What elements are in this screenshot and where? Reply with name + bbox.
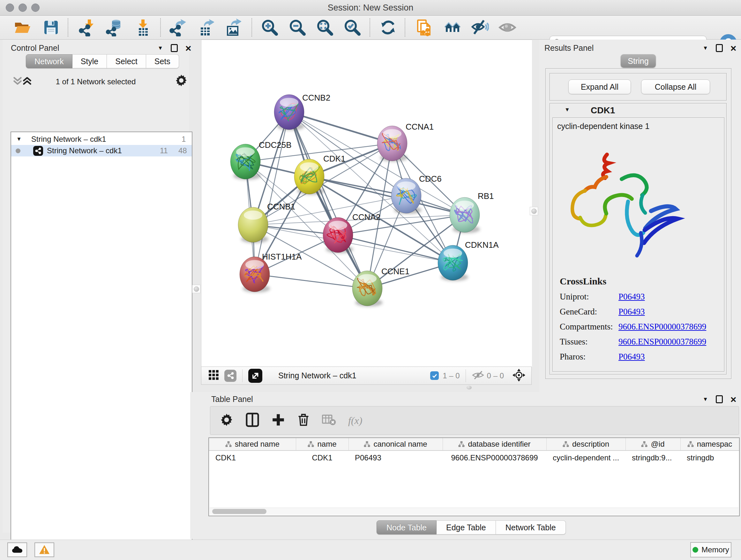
node-CCNB2[interactable]: CCNB2 <box>274 93 330 130</box>
column-header-shared-name[interactable]: shared name <box>209 438 296 450</box>
protein-description: cyclin-dependent kinase 1 <box>557 122 650 131</box>
panel-maximize-icon[interactable] <box>716 395 723 403</box>
export-network-icon[interactable] <box>169 18 186 37</box>
birdseye-grid-icon[interactable] <box>208 370 219 382</box>
toolbar-separator <box>160 18 161 37</box>
network-row-selected[interactable]: String Network – cdk1 11 48 <box>11 145 192 157</box>
warnings-button[interactable] <box>35 543 54 557</box>
string-style-icon[interactable] <box>224 370 237 382</box>
node-CCNB1[interactable]: CCNB1 <box>238 202 295 243</box>
column-header-namespac[interactable]: namespac <box>680 438 739 450</box>
panel-float-icon[interactable]: ▼ <box>703 45 708 51</box>
network-collection-row[interactable]: ▼ String Network – cdk1 1 <box>11 133 192 145</box>
collapse-all-button[interactable]: Collapse All <box>641 79 710 94</box>
cloud-button[interactable] <box>7 543 27 557</box>
crosslink-link[interactable]: P06493 <box>618 292 645 302</box>
node-CDKN1A[interactable]: CDKN1A <box>438 240 499 281</box>
panel-maximize-icon[interactable] <box>716 44 723 52</box>
node-CCNE1[interactable]: CCNE1 <box>352 266 409 307</box>
zoom-fit-icon[interactable] <box>316 18 334 37</box>
toolbar-separator <box>68 18 68 37</box>
node-label-CCNA2: CCNA2 <box>352 212 381 222</box>
node-table[interactable]: shared namenamecanonical namedatabase id… <box>208 437 740 516</box>
edge-CCNB2-HIST1H1A[interactable] <box>255 112 289 274</box>
scrollbar-thumb[interactable] <box>212 509 266 514</box>
panel-float-icon[interactable]: ▼ <box>703 396 708 402</box>
crosslink-link[interactable]: P06493 <box>618 352 645 362</box>
network-canvas[interactable]: CCNB2CCNA1CDC25BCDK1CDC6RB1CCNB1CCNA2CDK… <box>201 40 532 367</box>
network-view-toolbar: String Network – cdk1 1 – 0 0 – 0 <box>201 367 532 385</box>
tab-string[interactable]: String <box>621 54 656 68</box>
tab-style[interactable]: Style <box>72 54 107 68</box>
tree-expand-icon[interactable]: ▼ <box>16 136 22 142</box>
tab-node-table[interactable]: Node Table <box>377 520 436 535</box>
delete-column-icon[interactable] <box>297 413 310 428</box>
toolbar-separator <box>369 18 370 37</box>
panel-close-icon[interactable]: × <box>731 396 737 402</box>
table-tabs: Node TableEdge TableNetwork Table <box>377 520 566 535</box>
edge-HIST1H1A-CCNE1[interactable] <box>255 274 367 288</box>
tab-network-table[interactable]: Network Table <box>496 520 566 535</box>
import-table-icon[interactable] <box>134 18 151 37</box>
crosslink-link[interactable]: 9606.ENSP00000378699 <box>618 322 706 332</box>
tab-network[interactable]: Network <box>26 54 72 68</box>
save-session-icon[interactable] <box>42 18 60 37</box>
column-header-database-identifier[interactable]: database identifier <box>443 438 546 450</box>
open-view-icon[interactable] <box>248 369 262 383</box>
crosslink-link[interactable]: P06493 <box>618 307 645 317</box>
tab-sets[interactable]: Sets <box>146 54 179 68</box>
open-session-icon[interactable] <box>13 18 31 37</box>
zoom-selected-icon[interactable] <box>343 18 361 37</box>
string-home-icon[interactable] <box>444 18 461 37</box>
panel-close-icon[interactable]: × <box>731 45 737 51</box>
node-RB1[interactable]: RB1 <box>450 191 494 233</box>
network-options-gear-icon[interactable] <box>175 74 188 88</box>
hierarchy-icon <box>562 441 569 447</box>
edge-CCNA2-CDKN1A[interactable] <box>338 235 453 263</box>
memory-button[interactable]: Memory <box>690 542 731 557</box>
table-cell: CDK1 <box>209 450 296 465</box>
left-splitter-handle[interactable] <box>192 285 200 293</box>
expand-all-button[interactable]: Expand All <box>568 79 631 94</box>
show-columns-icon[interactable] <box>246 413 259 428</box>
node-CDK1[interactable]: CDK1 <box>294 154 345 195</box>
right-splitter-handle[interactable] <box>530 207 538 215</box>
table-horizontal-scrollbar[interactable] <box>210 508 738 515</box>
selected-count: 1 – 0 <box>443 371 460 380</box>
table-options-gear-icon[interactable] <box>220 413 233 428</box>
tab-edge-table[interactable]: Edge Table <box>436 520 496 535</box>
edge-CCNB2-CCNE1[interactable] <box>289 112 367 288</box>
node-HIST1H1A[interactable]: HIST1H1A <box>240 252 302 293</box>
column-header-name[interactable]: name <box>296 438 348 450</box>
protein-section: ▼ CDK1 cyclin-dependent kinase 1 <box>549 103 727 374</box>
crosslink-link[interactable]: 9606.ENSP00000378699 <box>618 337 706 347</box>
crosslink-label: Compartments: <box>560 322 618 332</box>
add-column-icon[interactable] <box>272 413 285 428</box>
node-CCNA1[interactable]: CCNA1 <box>377 122 434 162</box>
pan-crosshair-icon[interactable] <box>512 368 526 383</box>
crosslinks-heading: CrossLinks <box>560 276 719 287</box>
column-header--id[interactable]: @id <box>625 438 680 450</box>
refresh-icon[interactable] <box>379 18 397 37</box>
horizontal-splitter-handle[interactable] <box>467 386 472 389</box>
panel-maximize-icon[interactable] <box>171 44 178 52</box>
panel-float-icon[interactable]: ▼ <box>158 45 163 51</box>
edge-CCNB2-CCNA1[interactable] <box>289 112 392 143</box>
import-network-from-database-icon[interactable] <box>105 18 123 37</box>
table-row[interactable]: CDK1CDK1P064939606.ENSP00000378699cyclin… <box>209 450 739 465</box>
column-header-description[interactable]: description <box>546 438 625 450</box>
panel-close-icon[interactable]: × <box>185 45 192 51</box>
hide-glass-eye-icon[interactable] <box>471 18 489 37</box>
zoom-in-icon[interactable] <box>261 18 279 37</box>
table-cell: CDK1 <box>296 450 348 465</box>
import-network-icon[interactable] <box>78 18 96 37</box>
tab-select[interactable]: Select <box>107 54 146 68</box>
zoom-out-icon[interactable] <box>288 18 307 37</box>
column-header-canonical-name[interactable]: canonical name <box>348 438 443 450</box>
share-document-icon[interactable] <box>415 18 433 37</box>
glass-eye-icon[interactable] <box>498 18 516 37</box>
selected-checkbox-icon[interactable] <box>430 371 439 380</box>
export-table-icon[interactable] <box>196 18 214 37</box>
protein-collapse-icon[interactable]: ▼ <box>564 107 570 113</box>
export-image-icon[interactable] <box>223 18 241 37</box>
